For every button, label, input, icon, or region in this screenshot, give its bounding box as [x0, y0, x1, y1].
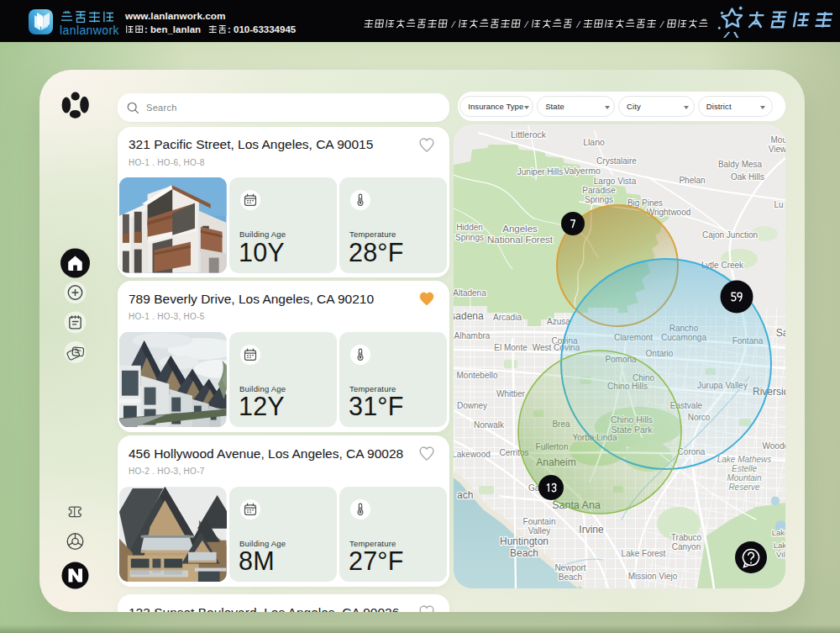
svg-text:Norwalk: Norwalk — [474, 420, 505, 430]
svg-text:Downey: Downey — [457, 401, 487, 410]
svg-text:Springs: Springs — [455, 233, 484, 242]
svg-text:Arcadia: Arcadia — [493, 313, 522, 322]
svg-text:Reserve: Reserve — [728, 483, 760, 492]
svg-text:View A: View A — [769, 145, 785, 154]
svg-text:Beach: Beach — [559, 572, 582, 582]
svg-text:Canyon: Canyon — [672, 542, 701, 551]
svg-text:Angeles: Angeles — [502, 224, 538, 234]
svg-text:Mountain: Mountain — [727, 473, 762, 483]
svg-text:www.lanlanwork.com: www.lanlanwork.com — [124, 10, 226, 22]
svg-text:Fountain: Fountain — [523, 517, 556, 526]
svg-text:Phelan: Phelan — [679, 176, 705, 185]
svg-text:Lake: Lake — [772, 528, 785, 537]
svg-text:Azusa: Azusa — [547, 317, 570, 326]
svg-text:Alhambra: Alhambra — [454, 331, 491, 340]
svg-text:Moun: Moun — [770, 135, 785, 145]
svg-text:: ben_lanlan: : ben_lanlan — [144, 24, 201, 34]
svg-text:Trabuco: Trabuco — [671, 533, 702, 542]
svg-text:/: / — [451, 18, 456, 30]
svg-text:Huntington: Huntington — [500, 535, 549, 547]
svg-text:Montebello: Montebello — [457, 371, 498, 380]
svg-text:Oak Hills: Oak Hills — [731, 172, 764, 182]
svg-text:Lake: Lake — [774, 541, 785, 550]
svg-text:Valley: Valley — [528, 526, 551, 535]
svg-text:Hidden: Hidden — [456, 223, 483, 232]
svg-text:/: / — [524, 18, 529, 30]
svg-text:Whittier: Whittier — [496, 389, 526, 398]
svg-text:/: / — [575, 18, 580, 30]
svg-text:Llano: Llano — [583, 137, 605, 147]
svg-text:Wrightwood: Wrightwood — [647, 208, 691, 217]
svg-text:Lake Forest: Lake Forest — [622, 549, 666, 558]
svg-text:sadena: sadena — [454, 310, 484, 322]
svg-text:El Monte: El Monte — [494, 343, 528, 352]
svg-text:Irvine: Irvine — [579, 524, 604, 535]
svg-text:Woodc: Woodc — [763, 441, 785, 451]
svg-text:Lu: Lu — [774, 200, 783, 209]
svg-text:/: / — [659, 18, 664, 30]
svg-text:National Forest: National Forest — [487, 235, 554, 245]
svg-text:Juniper Hills: Juniper Hills — [517, 167, 563, 177]
svg-text:Cajon Junction: Cajon Junction — [702, 230, 758, 240]
svg-text:Springs: Springs — [585, 195, 613, 204]
svg-text:Lakewood: Lakewood — [454, 450, 491, 459]
svg-text:Largo Vista: Largo Vista — [594, 177, 637, 186]
svg-text:Beach: Beach — [510, 547, 538, 559]
svg-text:: 010-63334945: : 010-63334945 — [228, 24, 297, 34]
svg-text:Paradise: Paradise — [582, 186, 616, 195]
svg-text:Mission Viejo: Mission Viejo — [628, 572, 678, 581]
svg-text:ach: ach — [457, 489, 473, 501]
svg-text:lanlanwork: lanlanwork — [60, 24, 120, 37]
svg-text:Littlerock: Littlerock — [511, 129, 547, 140]
svg-text:Newport: Newport — [554, 563, 585, 572]
svg-text:Altadena: Altadena — [454, 288, 486, 298]
svg-text:Estelle: Estelle — [732, 464, 757, 473]
svg-text:Sa: Sa — [776, 327, 785, 339]
svg-text:Villa: Villa — [776, 550, 785, 559]
svg-text:Baldy Mesa: Baldy Mesa — [718, 160, 763, 169]
svg-text:Lake Mathews: Lake Mathews — [717, 455, 771, 464]
svg-text:Crystalaire: Crystalaire — [596, 156, 637, 166]
svg-text:Valyermo: Valyermo — [564, 166, 601, 176]
